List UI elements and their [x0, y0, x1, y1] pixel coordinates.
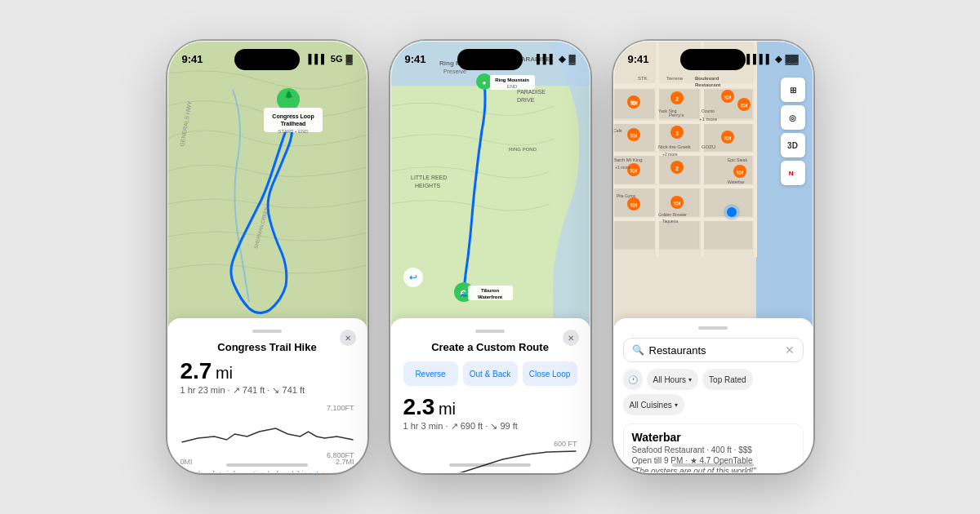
distance-display-1: 2.7 mi: [180, 360, 354, 383]
time-1: 9:41: [182, 53, 203, 65]
svg-text:Ring Mountain: Ring Mountain: [495, 78, 529, 82]
svg-text:🍽: 🍽: [630, 132, 637, 140]
map-layers-button[interactable]: ⊞: [781, 78, 805, 102]
route-options: Reverse Out & Back Close Loop: [403, 361, 577, 386]
svg-text:PARADISE: PARADISE: [517, 89, 546, 95]
svg-text:Waterfront: Waterfront: [477, 295, 501, 299]
svg-rect-55: [754, 41, 757, 257]
svg-rect-48: [613, 83, 756, 88]
status-icons-3: ▌▌▌▌ ◈ ▓▓: [746, 54, 798, 64]
trail-stats-2: 1 hr 3 min · ↗ 690 ft · ↘ 99 ft: [403, 421, 577, 432]
filter-cuisines[interactable]: All Cuisines ▾: [623, 394, 684, 415]
filter-hours[interactable]: All Hours ▾: [647, 369, 699, 390]
panel-handle-1: [252, 330, 282, 333]
status-icons-1: ▌▌▌ 5G ▓: [308, 54, 352, 64]
svg-text:🍽: 🍽: [630, 167, 637, 175]
dynamic-island-3: [680, 49, 746, 70]
wifi-3: ◈: [775, 54, 782, 64]
main-scene: 9:41 ▌▌▌ 5G ▓: [0, 0, 980, 514]
svg-text:Trailhead: Trailhead: [280, 121, 305, 126]
svg-text:🍽: 🍽: [724, 135, 731, 142]
panel-1: ✕ Congress Trail Hike 2.7 mi 1 hr 23 min…: [167, 318, 368, 473]
search-icon: 🔍: [632, 344, 644, 356]
battery-1: ▓: [345, 54, 352, 64]
dynamic-island-1: [234, 49, 300, 70]
time-2: 9:41: [405, 53, 426, 65]
close-loop-button[interactable]: Close Loop: [523, 361, 577, 386]
svg-rect-49: [613, 121, 756, 124]
panel-3: 🔍 Restaurants ✕ 🕐 All Hours ▾ Top Rated …: [613, 318, 813, 473]
distance-display-2: 2.3 mi: [403, 396, 577, 419]
out-back-button[interactable]: Out & Back: [463, 361, 518, 386]
svg-text:+1 more: +1 more: [699, 117, 718, 122]
svg-text:Epic Steak: Epic Steak: [728, 157, 747, 162]
svg-text:Terrene: Terrene: [666, 76, 684, 81]
svg-text:🍽: 🍽: [737, 169, 743, 176]
svg-text:↩: ↩: [409, 272, 417, 283]
svg-text:DRIVE: DRIVE: [517, 97, 535, 103]
network-1: 5G: [331, 54, 343, 64]
svg-point-81: [724, 204, 740, 220]
trail-title: Congress Trail Hike: [180, 341, 354, 353]
search-bar[interactable]: 🔍 Restaurants ✕: [623, 338, 804, 362]
distance-value-2: 2.3: [403, 394, 435, 419]
svg-text:Ozumo: Ozumo: [702, 109, 715, 113]
location-button[interactable]: ◎: [781, 105, 805, 130]
status-icons-2: ▌▌▌ ◈ ▓: [537, 54, 575, 64]
chevron-hours-icon: ▾: [688, 376, 692, 383]
filter-top-rated[interactable]: Top Rated: [702, 369, 753, 390]
reverse-button[interactable]: Reverse: [403, 361, 458, 386]
svg-text:●: ●: [482, 79, 486, 86]
svg-text:Banh Mi King: Banh Mi King: [613, 157, 643, 162]
filter-time-icon[interactable]: 🕐: [623, 369, 643, 390]
svg-text:Boulevard: Boulevard: [695, 76, 719, 81]
battery-2: ▓: [568, 54, 575, 64]
svg-rect-50: [613, 153, 756, 156]
compass-button[interactable]: N↑: [781, 161, 805, 185]
signal-1: ▌▌▌: [308, 54, 327, 64]
close-button-2[interactable]: ✕: [563, 330, 579, 346]
svg-text:Taqueria: Taqueria: [662, 219, 678, 224]
svg-rect-51: [613, 185, 756, 188]
svg-text:Yank Sing: Yank Sing: [658, 109, 677, 113]
trail-stats-1: 1 hr 23 min · ↗ 741 ft · ↘ 741 ft: [180, 385, 354, 396]
3d-button[interactable]: 3D: [781, 133, 805, 157]
map-2[interactable]: Ring Mountain Preserve PARADISE PARADISE…: [390, 41, 590, 335]
restaurant-quote: "The oysters are out of this world!": [632, 467, 795, 473]
custom-route-title: Create a Custom Route: [403, 341, 577, 353]
svg-text:Nick the Greek: Nick the Greek: [658, 144, 692, 149]
svg-text:Restaurant: Restaurant: [695, 82, 720, 87]
svg-text:🍽: 🍽: [630, 100, 638, 107]
svg-text:Tiburon: Tiburon: [480, 288, 499, 293]
svg-text:🌊: 🌊: [460, 289, 468, 297]
panel-2: ✕ Create a Custom Route Reverse Out & Ba…: [390, 318, 590, 473]
svg-text:END: END: [506, 84, 517, 89]
time-3: 9:41: [628, 53, 649, 65]
svg-text:HEIGHTS: HEIGHTS: [415, 183, 440, 188]
svg-text:GOZU: GOZU: [702, 144, 715, 149]
safety-text-1: Check safety information before hiking. …: [180, 469, 354, 473]
dynamic-island-2: [457, 49, 523, 70]
distance-unit-1: mi: [216, 364, 233, 382]
clock-icon: 🕐: [628, 375, 638, 384]
close-button-1[interactable]: ✕: [340, 330, 356, 346]
svg-text:START • END: START • END: [278, 129, 309, 134]
svg-rect-45: [613, 220, 654, 249]
distance-value-1: 2.7: [180, 358, 212, 383]
svg-text:Congress Loop: Congress Loop: [272, 113, 314, 120]
signal-3: ▌▌▌▌: [746, 54, 772, 64]
home-indicator-3: [672, 463, 754, 467]
svg-text:🍽: 🍽: [674, 200, 680, 207]
wifi-icon: ◈: [559, 54, 565, 64]
svg-text:2: 2: [675, 166, 679, 171]
svg-text:RING POND: RING POND: [509, 147, 537, 152]
map-1[interactable]: GENERALS HWY SHERMAN CREEK 🌲 Congress Lo…: [167, 41, 368, 326]
search-clear-button[interactable]: ✕: [785, 343, 795, 357]
svg-text:+1 more: +1 more: [615, 165, 630, 170]
svg-text:🌲: 🌲: [283, 90, 293, 100]
phone-3: 9:41 ▌▌▌▌ ◈ ▓▓: [613, 41, 813, 473]
restaurant-meta: Seafood Restaurant · 400 ft · $$$: [632, 445, 795, 454]
map-3[interactable]: 🍽 2 🍽 🍽 🍽 3 🍽 🍽 2 🍽: [613, 41, 813, 351]
home-indicator-2: [449, 463, 531, 467]
svg-text:🍽: 🍽: [741, 102, 747, 109]
